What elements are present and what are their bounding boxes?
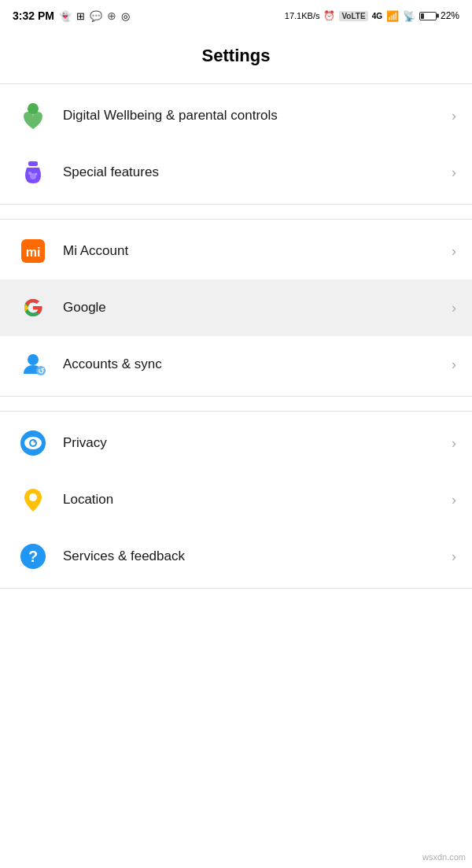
divider-bottom-section2 bbox=[0, 396, 472, 397]
battery-percent: 22% bbox=[441, 10, 459, 21]
special-features-chevron: › bbox=[452, 164, 456, 181]
settings-section-1: Digital Wellbeing & parental controls › … bbox=[0, 87, 472, 201]
settings-item-services-feedback[interactable]: ? Services & feedback › bbox=[0, 528, 472, 585]
svg-rect-1 bbox=[28, 161, 38, 166]
status-bar-left: 3:32 PM 👻 ⊞ 💬 ⊕ ◎ bbox=[13, 9, 130, 22]
settings-item-accounts-sync[interactable]: ↺ Accounts & sync › bbox=[0, 336, 472, 393]
google-chevron: › bbox=[452, 300, 456, 316]
settings-section-2: mi Mi Account › Google › bbox=[0, 223, 472, 393]
alarm-icon: ⏰ bbox=[323, 10, 335, 21]
divider-top-section2 bbox=[0, 219, 472, 220]
gap-2 bbox=[0, 400, 472, 408]
location-label: Location bbox=[63, 491, 452, 508]
svg-text:?: ? bbox=[28, 548, 38, 565]
crosshair-icon: ⊕ bbox=[107, 9, 116, 22]
signal-bars-icon: 📶 bbox=[386, 10, 399, 22]
svg-text:mi: mi bbox=[26, 246, 41, 259]
svg-point-14 bbox=[34, 441, 35, 443]
wifi-icon: 📡 bbox=[403, 10, 415, 22]
settings-item-mi-account[interactable]: mi Mi Account › bbox=[0, 223, 472, 279]
wellbeing-label: Digital Wellbeing & parental controls bbox=[63, 107, 452, 124]
services-feedback-icon: ? bbox=[16, 539, 50, 574]
svg-point-15 bbox=[29, 493, 37, 501]
location-svg bbox=[19, 486, 47, 514]
settings-item-special-features[interactable]: Special features › bbox=[0, 144, 472, 201]
accounts-sync-icon: ↺ bbox=[16, 347, 50, 382]
watermark: wsxdn.com bbox=[422, 852, 466, 862]
signal-4g-icon: 4G bbox=[372, 12, 382, 20]
location-chevron: › bbox=[452, 492, 456, 508]
google-svg bbox=[19, 294, 47, 322]
page-title-container: Settings bbox=[0, 31, 472, 80]
privacy-svg bbox=[19, 429, 47, 457]
svg-point-7 bbox=[28, 354, 39, 365]
special-features-svg bbox=[19, 158, 47, 187]
instagram-icon: ◎ bbox=[121, 10, 130, 22]
privacy-icon bbox=[16, 426, 50, 460]
settings-item-privacy[interactable]: Privacy › bbox=[0, 415, 472, 471]
wellbeing-chevron: › bbox=[452, 108, 456, 124]
settings-section-3: Privacy › Location › ? Services & feedba… bbox=[0, 415, 472, 585]
status-bar-right: 17.1KB/s ⏰ VoLTE 4G 📶 📡 22% bbox=[285, 10, 459, 22]
privacy-label: Privacy bbox=[63, 434, 452, 452]
google-icon bbox=[16, 290, 50, 325]
services-feedback-chevron: › bbox=[452, 549, 456, 565]
accounts-svg: ↺ bbox=[19, 350, 47, 379]
status-time: 3:32 PM bbox=[13, 9, 54, 22]
wellbeing-icon bbox=[16, 98, 50, 133]
settings-item-digital-wellbeing[interactable]: Digital Wellbeing & parental controls › bbox=[0, 87, 472, 144]
special-features-icon bbox=[16, 155, 50, 190]
network-speed: 17.1KB/s bbox=[285, 11, 320, 20]
whatsapp-icon: 💬 bbox=[90, 10, 102, 22]
divider-top-section1 bbox=[0, 83, 472, 84]
divider-top-section3 bbox=[0, 411, 472, 412]
accounts-sync-chevron: › bbox=[452, 356, 456, 373]
vol-icon: VoLTE bbox=[339, 11, 367, 21]
svg-point-3 bbox=[28, 172, 31, 175]
snapchat-icon: 👻 bbox=[59, 10, 72, 22]
mi-account-icon: mi bbox=[16, 234, 50, 268]
gap-1 bbox=[0, 208, 472, 216]
svg-point-4 bbox=[35, 173, 38, 175]
location-icon bbox=[16, 482, 50, 517]
battery-indicator bbox=[419, 12, 437, 20]
mi-icon-svg: mi bbox=[18, 236, 48, 266]
services-svg: ? bbox=[19, 542, 47, 571]
grid-icon: ⊞ bbox=[76, 10, 85, 22]
divider-bottom-section1 bbox=[0, 204, 472, 205]
special-features-label: Special features bbox=[63, 164, 452, 181]
accounts-sync-label: Accounts & sync bbox=[63, 356, 452, 373]
divider-bottom-section3 bbox=[0, 588, 472, 589]
services-feedback-label: Services & feedback bbox=[63, 548, 452, 565]
wellbeing-svg bbox=[18, 101, 48, 131]
mi-account-label: Mi Account bbox=[63, 242, 452, 260]
settings-item-location[interactable]: Location › bbox=[0, 471, 472, 528]
svg-text:↺: ↺ bbox=[38, 367, 45, 375]
settings-item-google[interactable]: Google › bbox=[0, 279, 472, 336]
google-label: Google bbox=[63, 299, 452, 316]
mi-account-chevron: › bbox=[452, 243, 456, 260]
page-title: Settings bbox=[0, 46, 472, 66]
privacy-chevron: › bbox=[452, 435, 456, 452]
status-bar: 3:32 PM 👻 ⊞ 💬 ⊕ ◎ 17.1KB/s ⏰ VoLTE 4G 📶 … bbox=[0, 0, 472, 31]
